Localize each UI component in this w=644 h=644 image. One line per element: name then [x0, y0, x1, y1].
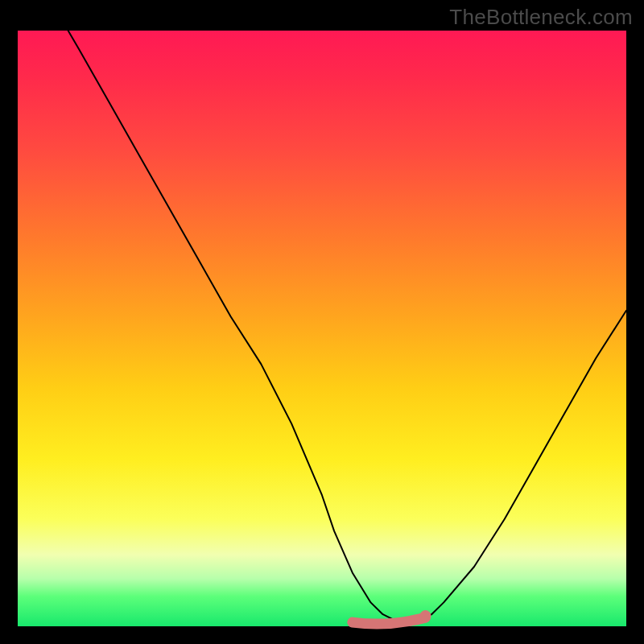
curve-path: [54, 6, 626, 620]
bottleneck-curve: [18, 31, 626, 626]
chart-frame: TheBottleneck.com: [0, 0, 644, 644]
plot-area: [18, 31, 626, 626]
plateau-end-dot: [420, 610, 431, 621]
watermark-text: TheBottleneck.com: [449, 5, 633, 30]
plateau-segment: [353, 617, 426, 624]
